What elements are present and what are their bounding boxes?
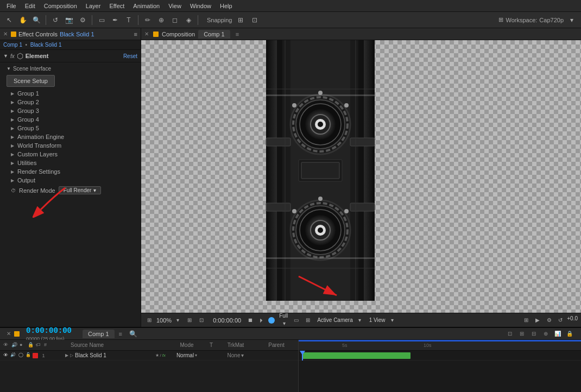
comp-grid2-btn[interactable]: ⊞ (303, 315, 313, 325)
reset-button[interactable]: Reset (123, 53, 137, 59)
layer-vis-icon[interactable]: 👁 (2, 352, 9, 359)
clone-tool[interactable]: ⊕ (155, 14, 167, 26)
tl-audio-icon[interactable]: 🔊 (11, 342, 18, 349)
selection-tool[interactable]: ↖ (3, 14, 15, 26)
comp-menu-icon[interactable]: ≡ (236, 31, 239, 37)
layer-fx-icon[interactable]: ★ (155, 353, 159, 358)
tl-eye-icon[interactable]: 👁 (3, 342, 10, 349)
view-layout-dropdown[interactable]: ▾ (388, 315, 397, 325)
tl-num-icon[interactable]: # (44, 342, 50, 349)
tl-solo-col-icon[interactable]: ● (20, 342, 26, 349)
tl-motion-btn[interactable]: ⊕ (541, 329, 551, 339)
eraser-tool[interactable]: ◻ (169, 14, 181, 26)
settings-tool[interactable]: ⚙ (77, 14, 89, 26)
playhead[interactable] (302, 351, 303, 361)
snap-options-btn[interactable]: ⊡ (249, 14, 261, 26)
menu-file[interactable]: File (2, 2, 21, 10)
tl-lock-btn[interactable]: 🔒 (565, 329, 574, 339)
zoom-dropdown-btn[interactable]: ▾ (173, 315, 182, 325)
tl-search-btn[interactable]: 🔍 (129, 329, 138, 339)
rotate-tool[interactable]: ↺ (49, 14, 61, 26)
scene-triangle[interactable]: ▼ (7, 66, 11, 71)
group3-label: Group 3 (17, 108, 39, 114)
layer-lock-icon[interactable]: 🔓 (25, 352, 31, 359)
camera-tool[interactable]: 📷 (63, 14, 75, 26)
pen-tool[interactable]: ✒ (109, 14, 121, 26)
tl-graph-btn[interactable]: 📊 (553, 329, 563, 339)
group2-item[interactable]: ▶ Group 2 (0, 98, 141, 106)
comp-grid-btn[interactable]: ⊞ (185, 315, 194, 325)
tl-lock-col-icon[interactable]: 🔒 (28, 342, 34, 349)
layer-mode-dropdown[interactable]: ▾ (195, 353, 197, 358)
text-tool[interactable]: T (123, 14, 135, 26)
comp-snap-btn[interactable]: ⊡ (197, 315, 206, 325)
layer-solo-icon[interactable]: ◯ (17, 352, 24, 359)
layer-audio-icon[interactable]: 🔊 (10, 352, 16, 359)
menu-layer[interactable]: Layer (81, 2, 105, 10)
rect-tool[interactable]: ▭ (96, 14, 108, 26)
group1-label: Group 1 (17, 90, 39, 97)
render-settings-item[interactable]: ▶ Render Settings (0, 167, 141, 176)
playback-stop-btn[interactable]: ⏹ (245, 315, 255, 325)
puppet-tool[interactable]: ◈ (182, 14, 194, 26)
triangle-icon[interactable]: ▼ (3, 53, 8, 59)
menu-animation[interactable]: Animation (129, 2, 164, 10)
menu-effect[interactable]: Effect (105, 2, 129, 10)
comp-reset-view-btn[interactable]: ↺ (555, 315, 565, 325)
scene-setup-button[interactable]: Scene Setup (7, 75, 55, 87)
tl-shy-btn[interactable]: ⊞ (517, 329, 527, 339)
tl-tab[interactable]: Comp 1 (83, 330, 115, 338)
menu-view[interactable]: View (164, 2, 186, 10)
comp-settings-btn[interactable]: ⚙ (544, 315, 554, 325)
tl-timecode: 0:00:00:00 (26, 326, 72, 335)
comp-tab[interactable]: Comp 1 (198, 30, 230, 39)
comp-region-btn[interactable]: ▭ (291, 315, 301, 325)
render-mode-dropdown[interactable]: Full Render ▾ (59, 186, 102, 194)
menu-window[interactable]: Window (186, 2, 216, 10)
layer-fx-label[interactable]: fx (162, 353, 166, 358)
utilities-item[interactable]: ▶ Utilities (0, 159, 141, 167)
tl-draft-btn[interactable]: ⊟ (529, 329, 539, 339)
brush-tool[interactable]: ✏ (142, 14, 154, 26)
quality-dropdown[interactable]: ▾ (279, 319, 289, 328)
panel-menu-icon[interactable]: ≡ (134, 31, 137, 37)
group3-item[interactable]: ▶ Group 3 (0, 106, 141, 115)
color-swatch[interactable] (268, 317, 275, 324)
anim-engine-arrow: ▶ (11, 135, 14, 140)
breadcrumb-layer[interactable]: Black Solid 1 (30, 42, 62, 48)
tl-solo-btn[interactable]: ⊡ (505, 329, 515, 339)
snap-btn[interactable]: ⊞ (235, 14, 247, 26)
custom-layers-item[interactable]: ▶ Custom Layers (0, 150, 141, 159)
menu-composition[interactable]: Composition (40, 2, 81, 10)
comp-render-btn[interactable]: ⊞ (521, 315, 531, 325)
tl-label-icon[interactable]: 🏷 (36, 342, 42, 349)
trkmat-arrow[interactable]: ▾ (241, 352, 244, 358)
output-label: Output (17, 177, 35, 184)
animation-engine-item[interactable]: ▶ Animation Engine (0, 132, 141, 141)
hand-tool[interactable]: ✋ (17, 14, 29, 26)
tl-close-x[interactable]: ✕ (7, 331, 11, 337)
timeline-panel: ✕ 0:00:00:00 00000 (25.00 fps) Comp 1 ≡ … (0, 327, 581, 392)
comp-close-x[interactable]: ✕ (144, 31, 149, 37)
layer-expand-arrow[interactable]: ▶ (65, 353, 68, 358)
world-transform-item[interactable]: ▶ World Transform (0, 141, 141, 150)
breadcrumb-comp[interactable]: Comp 1 (3, 42, 22, 48)
workspace-dropdown[interactable]: ▾ (566, 14, 578, 26)
main-toolbar: ↖ ✋ 🔍 ↺ 📷 ⚙ ▭ ✒ T ✏ ⊕ ◻ ◈ Snapping ⊞ ⊡ ⊞… (0, 12, 581, 28)
layer-timeline-bar[interactable] (302, 352, 411, 359)
group5-item[interactable]: ▶ Group 5 (0, 124, 141, 132)
menu-help[interactable]: Help (216, 2, 237, 10)
output-item[interactable]: ▶ Output (0, 176, 141, 185)
layer-motion-icon[interactable]: / (160, 353, 161, 358)
group1-item[interactable]: ▶ Group 1 (0, 89, 141, 98)
comp-fit-btn[interactable]: ⊞ (144, 315, 154, 325)
menu-edit[interactable]: Edit (21, 2, 40, 10)
effect-header: ▼ fx ⬡ Element Reset (0, 50, 141, 62)
group4-item[interactable]: ▶ Group 4 (0, 115, 141, 124)
playback-play-btn[interactable]: ⏵ (257, 315, 267, 325)
panel-close-x[interactable]: ✕ (3, 31, 8, 37)
tl-menu-icon[interactable]: ≡ (119, 331, 122, 337)
camera-dropdown[interactable]: ▾ (355, 315, 365, 325)
comp-preview-btn[interactable]: ▶ (533, 315, 542, 325)
zoom-tool[interactable]: 🔍 (30, 14, 42, 26)
